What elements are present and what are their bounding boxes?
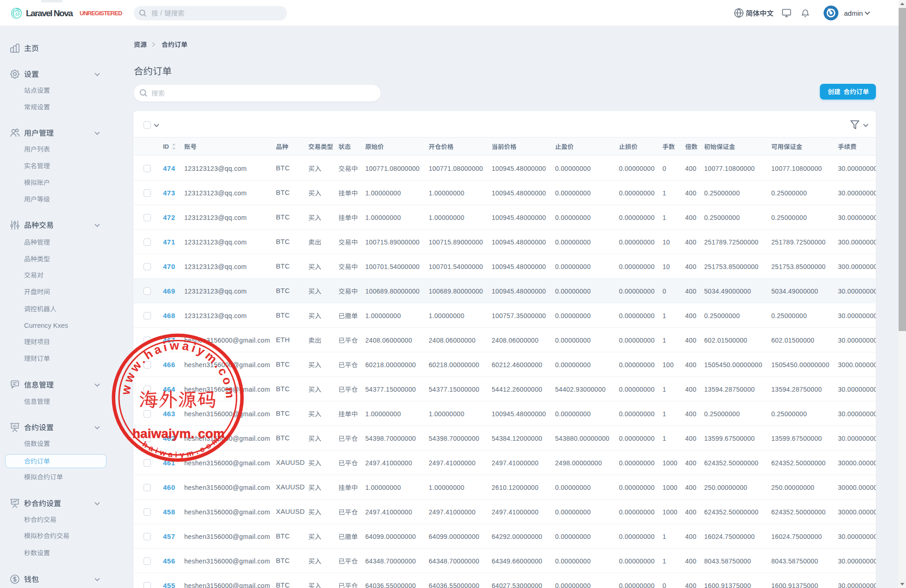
svg-text:www.haiwaiym.com: www.haiwaiym.com bbox=[119, 338, 237, 401]
svg-text:haiwaiym. com: haiwaiym. com bbox=[132, 426, 225, 440]
